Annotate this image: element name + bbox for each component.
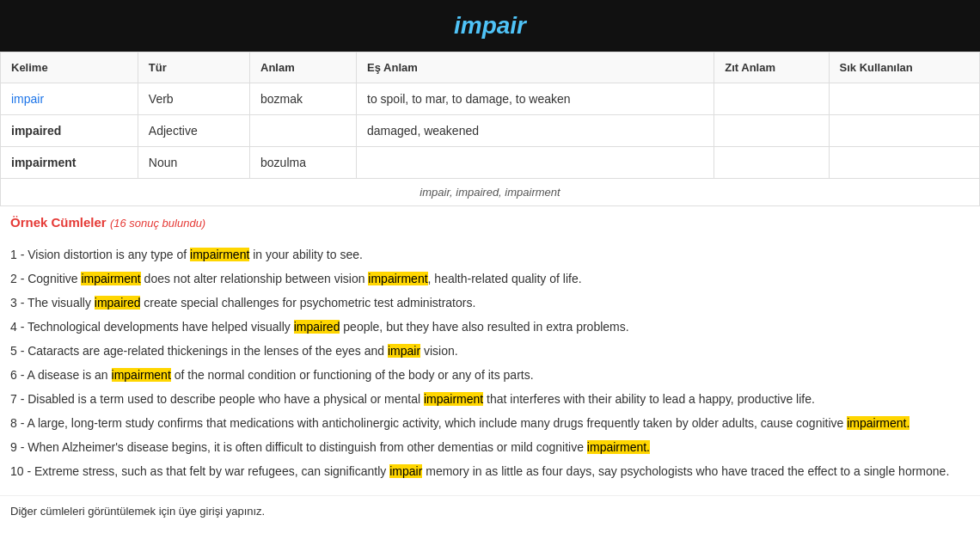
highlight-word: impairment. — [847, 416, 910, 430]
cell-anlam — [250, 115, 357, 147]
sentence-text: memory in as little as four days, say ps… — [422, 464, 949, 478]
sentence-text: vision. — [420, 344, 458, 358]
list-item: 10 - Extreme stress, such as that felt b… — [10, 463, 970, 481]
sentence-text: 5 - Cataracts are age-related thickening… — [10, 344, 388, 358]
sentence-text: create special challenges for psychometr… — [140, 296, 475, 310]
sentence-text: of the normal condition or functioning o… — [171, 368, 534, 382]
cell-anlam: bozulma — [250, 147, 357, 179]
related-words: impair, impaired, impairment — [0, 179, 980, 206]
cell-sikkullanilan — [829, 115, 979, 147]
highlight-word: impairment — [424, 392, 483, 406]
word-table: Kelime Tür Anlam Eş Anlam Zıt Anlam Sık … — [0, 52, 980, 179]
sentence-text: people, but they have also resulted in e… — [340, 320, 628, 334]
list-item: 6 - A disease is an impairment of the no… — [10, 366, 970, 384]
cell-esanlam — [357, 147, 714, 179]
sentences-container: 1 - Vision distortion is any type of imp… — [0, 235, 980, 495]
sentence-text: 2 - Cognitive — [10, 272, 81, 285]
highlight-word: impairment — [81, 272, 140, 285]
list-item: 3 - The visually impaired create special… — [10, 294, 970, 312]
highlight-word: impairment — [112, 368, 171, 382]
cell-zitanlam — [714, 83, 829, 115]
col-anlam: Anlam — [250, 52, 357, 83]
sentence-text: 7 - Disabled is a term used to describe … — [10, 392, 424, 406]
table-row: impairVerbbozmakto spoil, to mar, to dam… — [1, 83, 980, 115]
sentence-text: 9 - When Alzheimer's disease begins, it … — [10, 440, 587, 454]
cell-esanlam: to spoil, to mar, to damage, to weaken — [357, 83, 714, 115]
cell-kelime: impaired — [1, 115, 138, 147]
cell-esanlam: damaged, weakened — [357, 115, 714, 147]
col-tur: Tür — [138, 52, 249, 83]
cell-zitanlam — [714, 115, 829, 147]
cell-kelime: impairment — [1, 147, 138, 179]
cell-sikkullanilan — [829, 147, 979, 179]
list-item: 2 - Cognitive impairment does not alter … — [10, 270, 970, 288]
list-item: 1 - Vision distortion is any type of imp… — [10, 246, 970, 264]
examples-count: (16 sonuç bulundu) — [110, 217, 205, 230]
highlight-word: impairment. — [587, 440, 650, 454]
table-row: impairmentNounbozulma — [1, 147, 980, 179]
list-item: 9 - When Alzheimer's disease begins, it … — [10, 438, 970, 457]
sentence-text: 8 - A large, long-term study confirms th… — [10, 416, 847, 430]
col-esanlam: Eş Anlam — [357, 52, 714, 83]
sentence-text: 3 - The visually — [10, 296, 95, 310]
col-kelime: Kelime — [1, 52, 138, 83]
cell-sikkullanilan — [829, 83, 979, 115]
highlight-word: impairment — [368, 272, 427, 285]
table-row: impairedAdjectivedamaged, weakened — [1, 115, 980, 147]
list-item: 5 - Cataracts are age-related thickening… — [10, 342, 970, 360]
page-title: impair — [0, 12, 980, 40]
word-link[interactable]: impair — [11, 92, 44, 106]
word-bold: impaired — [11, 124, 61, 138]
sentence-text: in your ability to see. — [249, 248, 363, 261]
highlight-word: impair — [389, 464, 422, 478]
page-header: impair — [0, 0, 980, 52]
cell-tur: Adjective — [138, 115, 249, 147]
sentence-text: 1 - Vision distortion is any type of — [10, 248, 190, 261]
sentence-text: 6 - A disease is an — [10, 368, 112, 382]
sentence-text: does not alter relationship between visi… — [141, 272, 369, 285]
cell-zitanlam — [714, 147, 829, 179]
list-item: 7 - Disabled is a term used to describe … — [10, 390, 970, 408]
highlight-word: impaired — [95, 296, 141, 310]
list-item: 8 - A large, long-term study confirms th… — [10, 414, 970, 432]
cell-tur: Noun — [138, 147, 249, 179]
cell-anlam: bozmak — [250, 83, 357, 115]
footer-note: Diğer cümleleri görüntülemek için üye gi… — [0, 495, 980, 526]
col-zitanlam: Zıt Anlam — [714, 52, 829, 83]
sentence-text: , health-related quality of life. — [428, 272, 582, 285]
sentence-text: 10 - Extreme stress, such as that felt b… — [10, 464, 389, 478]
sentence-text: 4 - Technological developments have help… — [10, 320, 294, 334]
cell-tur: Verb — [138, 83, 249, 115]
examples-header: Örnek Cümleler (16 sonuç bulundu) — [0, 206, 980, 235]
word-bold: impairment — [11, 156, 76, 169]
highlight-word: impairment — [190, 248, 249, 261]
examples-label: Örnek Cümleler — [10, 215, 107, 230]
cell-kelime[interactable]: impair — [1, 83, 138, 115]
sentence-text: that interferes with their ability to le… — [483, 392, 815, 406]
highlight-word: impair — [388, 344, 420, 358]
highlight-word: impaired — [294, 320, 340, 334]
list-item: 4 - Technological developments have help… — [10, 318, 970, 336]
col-sikkullanilan: Sık Kullanılan — [829, 52, 979, 83]
